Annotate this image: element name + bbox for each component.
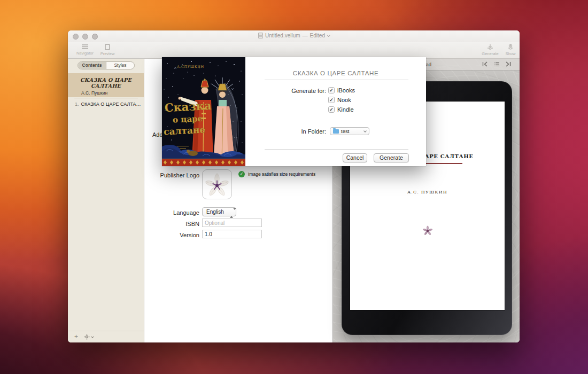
logo-status: ✓ Image satisfies size requirements xyxy=(238,171,315,177)
language-label: Language xyxy=(145,209,199,216)
dropdown-chevron-icon xyxy=(363,129,367,133)
preview-button[interactable]: Preview xyxy=(96,44,119,56)
platform-row-ibooks: ✓ iBooks xyxy=(328,87,355,94)
sidebar-item-chapter[interactable]: 1.СКАЗКА О ЦАРЕ САЛТА… xyxy=(75,102,141,107)
folder-name: test xyxy=(341,128,362,134)
cancel-button[interactable]: Cancel xyxy=(343,153,367,162)
publisher-logo-label: Publisher Logo xyxy=(145,172,199,178)
desktop-wallpaper: Untitled.vellum — Edited Navigator Previ… xyxy=(0,0,588,374)
nook-checkbox[interactable]: ✓ xyxy=(328,97,335,103)
navigator-icon xyxy=(81,44,89,50)
sidebar-book-author: А.С. Пушкин xyxy=(81,90,144,96)
table-of-contents-icon[interactable] xyxy=(493,61,500,67)
page-flower-ornament xyxy=(423,225,432,235)
show-toolbar-label: Show xyxy=(499,51,520,56)
sidebar-book-title: СКАЗКА О ЦАРЕ САЛТАНЕ xyxy=(68,77,144,89)
titlebar: Untitled.vellum — Edited xyxy=(68,30,520,42)
navigator-button[interactable]: Navigator xyxy=(73,44,97,56)
svg-text:А.СПУШКИН: А.СПУШКИН xyxy=(177,65,204,69)
generate-icon xyxy=(486,44,494,50)
chapter-number: 1. xyxy=(75,102,79,107)
chevron-down-icon xyxy=(327,34,330,37)
nook-label: Nook xyxy=(337,97,351,103)
sidebar-tab-switcher: Contents Styles xyxy=(78,61,135,69)
dialog-title: СКАЗКА О ЦАРЕ САЛТАНЕ xyxy=(245,70,426,76)
preview-nav-icons xyxy=(482,61,511,67)
preview-label: Preview xyxy=(96,51,119,56)
page-author: А.С. ПУШКИН xyxy=(350,190,505,194)
language-select[interactable]: English xyxy=(202,207,236,216)
dialog-divider-bottom xyxy=(265,149,408,150)
generate-dialog: А.СПУШКИН xyxy=(162,57,426,166)
window-title: Untitled.vellum — Edited xyxy=(68,33,520,38)
chapter-label: СКАЗКА О ЦАРЕ САЛТА… xyxy=(81,102,141,107)
language-value: English xyxy=(206,209,224,215)
in-folder-label: In Folder: xyxy=(245,128,326,135)
navigator-label: Navigator xyxy=(73,51,97,56)
ibooks-label: iBooks xyxy=(337,87,355,94)
gear-icon[interactable] xyxy=(84,334,90,340)
publisher-logo-flower xyxy=(205,173,229,196)
sidebar-footer: + xyxy=(68,331,144,342)
preview-icon xyxy=(105,44,110,50)
book-cover-image: А.СПУШКИН xyxy=(162,57,245,166)
show-toolbar-button[interactable]: Show xyxy=(499,44,520,56)
generate-button[interactable]: Generate xyxy=(374,153,409,162)
edited-menu[interactable]: Edited xyxy=(310,33,325,38)
svg-text:о царе: о царе xyxy=(173,114,203,125)
app-window: Untitled.vellum — Edited Navigator Previ… xyxy=(68,30,520,342)
gear-menu-chevron-icon xyxy=(91,335,94,338)
version-label: Version xyxy=(145,232,199,238)
tab-styles[interactable]: Styles xyxy=(106,62,134,69)
isbn-label: ISBN xyxy=(145,221,199,227)
folder-icon xyxy=(333,129,339,134)
isbn-field[interactable] xyxy=(202,219,262,227)
platform-row-nook: ✓ Nook xyxy=(328,97,351,103)
stepper-icon xyxy=(230,209,234,217)
kindle-label: Kindle xyxy=(337,106,354,113)
dialog-divider-top xyxy=(265,80,408,80)
generate-for-label: Generate for: xyxy=(245,88,326,94)
show-icon xyxy=(507,44,514,50)
sidebar: Contents Styles СКАЗКА О ЦАРЕ САЛТАНЕ А.… xyxy=(68,59,144,342)
svg-text:Сказка: Сказка xyxy=(164,99,212,115)
folder-dropdown[interactable]: test xyxy=(330,127,369,135)
version-field[interactable] xyxy=(202,230,262,238)
title-separator: — xyxy=(303,33,308,38)
toolbar: Navigator Preview Generate xyxy=(68,42,520,59)
sidebar-divider xyxy=(74,98,138,98)
svg-text:салтане: салтане xyxy=(164,124,206,137)
ibooks-checkbox[interactable]: ✓ xyxy=(328,87,335,94)
add-chapter-button[interactable]: + xyxy=(74,333,78,340)
logo-status-text: Image satisfies size requirements xyxy=(248,172,315,177)
publisher-logo-well[interactable] xyxy=(202,169,232,199)
platform-row-kindle: ✓ Kindle xyxy=(328,106,354,113)
tab-contents[interactable]: Contents xyxy=(78,62,106,69)
window-title-text: Untitled.vellum xyxy=(265,33,300,38)
sidebar-book-header[interactable]: СКАЗКА О ЦАРЕ САЛТАНЕ А.С. Пушкин xyxy=(68,73,144,97)
kindle-checkbox[interactable]: ✓ xyxy=(328,106,335,113)
skip-to-end-icon[interactable] xyxy=(505,61,511,67)
skip-to-start-icon[interactable] xyxy=(482,61,488,67)
document-icon xyxy=(258,33,263,38)
status-check-icon: ✓ xyxy=(238,171,245,177)
